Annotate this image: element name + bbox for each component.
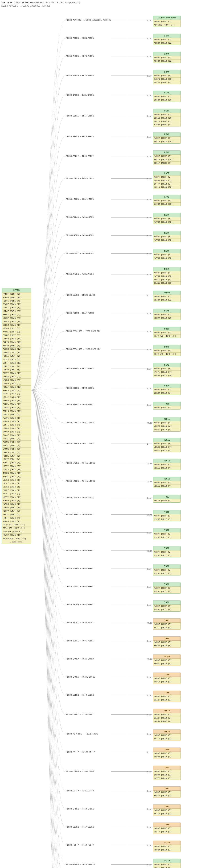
field-label: BEIKZ [CHAR (1)] xyxy=(153,812,180,815)
table-field: EBELP [NUMC (5)] xyxy=(2,413,31,416)
association-label: RESBB-AUFNR = AUFK-AUFNR xyxy=(66,55,94,58)
table-node-t437v[interactable]: T437VMANDT [CLNT (3)]WERKS [CHAR (4)]VER… xyxy=(153,859,181,868)
table-field: LGTYP [CHAR (3)] xyxy=(153,777,180,780)
table-field: HR_OPLPOS [NUMC (4)] xyxy=(2,537,31,540)
field-label: EKGRP [CHAR (3)] xyxy=(153,644,180,648)
table-node-t156[interactable]: T156MANDT [CLNT (3)]BWART [CHAR (3)] xyxy=(153,690,181,702)
table-node-t006[interactable]: T006MANDT [CLNT (3)]MSEHI [UNIT (3)] xyxy=(153,546,181,557)
table-node-onr00[interactable]: ONR00MANDT [CLNT (3)]OBJNR [CHAR (22)] xyxy=(153,290,181,302)
table-field: BEIKZ [CHAR (1)] xyxy=(2,478,31,482)
field-label: OBJNR [CHAR (22)] xyxy=(153,299,180,302)
field-label: RSART [CHAR (1)] xyxy=(2,303,31,306)
table-node-t006[interactable]: T006MANDT [CLNT (3)]MSEHI [UNIT (3)] xyxy=(153,582,181,593)
table-node-t023[interactable]: T023MANDT [CLNT (3)]MATKL [CHAR (9)] xyxy=(153,618,181,630)
cardinality-label: 0..N xyxy=(147,532,151,534)
table-node-lagp[interactable]: LAGPMANDT [CLNT (3)]LGNUM [CHAR (3)]LGTY… xyxy=(153,171,181,189)
table-node-t001w[interactable]: T001WMANDT [CLNT (3)]WERKS [CHAR (4)] xyxy=(153,477,181,488)
table-field: MSEHI [UNIT (3)] xyxy=(153,572,180,575)
table-node-t001l[interactable]: T001LMANDT [CLNT (3)]WERKS [CHAR (4)]LGO… xyxy=(153,417,181,432)
field-label: AUFNR [CHAR (12)] xyxy=(153,60,180,63)
table-node-plaf[interactable]: PLAFMANDT [CLNT (3)]PLNUM [CHAR (10)] xyxy=(153,309,181,320)
table-node-ekko[interactable]: EKKOMANDT [CLNT (3)]EBELN [CHAR (10)] xyxy=(153,132,181,144)
table-node-t006[interactable]: T006MANDT [CLNT (3)]MSEHI [UNIT (3)] xyxy=(153,528,181,539)
table-node-aenr[interactable]: AENRMANDT [CLNT (3)]AENNR [CHAR (12)] xyxy=(153,34,181,45)
table-node-t417[interactable]: T417MANDT [CLNT (3)]BEIKZ [CHAR (1)] xyxy=(153,804,181,816)
cardinality-label: (0,1) xyxy=(147,422,152,425)
table-node-eban[interactable]: EBANMANDT [CLNT (3)]BANFN [CHAR (10)]BNF… xyxy=(153,70,181,85)
table-field: MANDT [CLNT (3)] xyxy=(153,550,180,554)
table-node-t000[interactable]: T000MANDT [CLNT (3)] xyxy=(153,402,181,409)
table-node-t300[interactable]: T300MANDT [CLNT (3)]LGNUM [CHAR (3)] xyxy=(153,747,181,759)
table-field: FUNCT [CHAR (3)] xyxy=(2,461,31,465)
table-field: MANDT [CLNT (3)] xyxy=(153,481,180,484)
association-label: RESBB-CHARG = MCHA-CHARG xyxy=(66,273,94,276)
table-node-jsdfps_advcode1[interactable]: JSDFPS_ADVCODE1MANDT [CLNT (3)]ADVCODE [… xyxy=(153,16,181,27)
association-label: RESBB-LGPLA = LAGP-LGPLA xyxy=(66,177,94,180)
cardinality-label: (0,1) xyxy=(147,480,152,483)
table-field: LOEKZ [CHAR (1)] xyxy=(2,306,31,310)
table-field: RSPOS [NUMC (4)] xyxy=(2,299,31,303)
table-node-lfa1[interactable]: LFA1MANDT [CLNT (3)]LIFNR [CHAR (10)] xyxy=(153,195,181,206)
table-node-t418f[interactable]: T418FMANDT [CLNT (3)]RFORM [CHAR (2)] xyxy=(153,841,181,852)
field-label: MANDT [CLNT (3)] xyxy=(153,217,180,220)
table-node-preq[interactable]: PREQMANDT [CLNT (3)]PRIO_REQ [NUMC (3)] xyxy=(153,327,181,338)
table-node-t418[interactable]: T418MANDT [CLNT (3)]POSTP [CHAR (1)] xyxy=(153,823,181,834)
table-node-t163k[interactable]: T163KMANDT [CLNT (3)]KNTTP [CHAR (1)] xyxy=(153,730,181,741)
table-field: SPRAS [LANG (1)] xyxy=(153,499,180,502)
field-label: EBELN [CHAR (10)] xyxy=(153,117,180,120)
table-node-t024e[interactable]: T024EMANDT [CLNT (3)]EKORG [CHAR (4)] xyxy=(153,654,181,666)
association-label: RESBB-BNFPO = EBAN-BNFPO xyxy=(66,74,94,77)
field-label: KNTTP [CHAR (1)] xyxy=(2,496,31,499)
table-node-mara[interactable]: MARAMANDT [CLNT (3)]MATNR [CHAR (18)] xyxy=(153,249,181,260)
table-field: UMREN [DEC (5)] xyxy=(2,368,31,372)
field-label: MANDT [CLNT (3)] xyxy=(153,827,180,830)
table-node-snum[interactable]: SNUMMANDT [CLNT (3)]SERNR [CHAR (8)] xyxy=(153,384,181,395)
field-label: MSEHI [UNIT (3)] xyxy=(153,554,180,557)
table-field: MANDT [CLNT (3)] xyxy=(2,292,31,296)
field-label: BANFN [CHAR (10)] xyxy=(153,78,180,81)
field-label: RSNUM [NUMC (10)] xyxy=(2,296,31,299)
field-label: MANDT [CLNT (3)] xyxy=(153,176,180,179)
association-label: RESBB-EBELE = EKET-ETENR xyxy=(66,115,94,117)
table-node-t001l[interactable]: T001LMANDT [CLNT (3)]WERKS [CHAR (4)]LGO… xyxy=(153,438,181,453)
association-label: RESBB-MEINS = T006-MSEHI xyxy=(66,531,94,534)
table-node-aufk[interactable]: AUFKMANDT [CLNT (3)]AUFNR [CHAR (12)] xyxy=(153,52,181,63)
table-node-t413[interactable]: T413MANDT [CLNT (3)]ERSKZ [CHAR (1)] xyxy=(153,786,181,798)
table-field: SOBKZ [CHAR (1)] xyxy=(153,680,180,684)
field-label: ADVCODE [CHAR (2)] xyxy=(2,530,31,533)
table-node-mcha[interactable]: MCHAMANDT [CLNT (3)]MATNR [CHAR (18)]WER… xyxy=(153,267,181,285)
association-label: RESBB-PRIO_REQ = PREQ-PRIO_REQ xyxy=(66,330,100,333)
table-node-ekpo[interactable]: EKPOMANDT [CLNT (3)]EBELN [CHAR (10)]EBE… xyxy=(153,150,181,165)
table-node-ska1[interactable]: SKA1MANDT [CLNT (3)]KTOPL [CHAR (4)]SAKN… xyxy=(153,363,181,378)
table-field: WERKS [CHAR (4)] xyxy=(2,313,31,316)
table-node-t006[interactable]: T006MANDT [CLNT (3)]MSEHI [UNIT (3)] xyxy=(153,510,181,521)
table-node-eina[interactable]: EINAMANDT [CLNT (3)]INFNR [CHAR (10)] xyxy=(153,91,181,102)
table-node-eket[interactable]: EKETMANDT [CLNT (3)]EBELN [CHAR (10)]EBE… xyxy=(153,109,181,127)
field-label: BAUWG [NUMC (2)] xyxy=(2,447,31,451)
table-node-t148[interactable]: T148MANDT [CLNT (3)]SOBKZ [CHAR (1)] xyxy=(153,673,181,684)
table-field: GSBER [CHAR (4)] xyxy=(2,375,31,378)
table-field: PLNUM [CHAR (10)] xyxy=(153,316,180,320)
table-header: EKPO xyxy=(153,151,180,155)
table-node-t006[interactable]: T006MANDT [CLNT (3)]MSEHI [UNIT (3)] xyxy=(153,564,181,576)
association-label: RESBB-MATKL = T023-MATKL xyxy=(66,622,94,624)
table-node-t001w[interactable]: T001WMANDT [CLNT (3)]WERKS [CHAR (4)] xyxy=(153,459,181,470)
table-node-t006[interactable]: T006MANDT [CLNT (3)]MSEHI [UNIT (3)] xyxy=(153,600,181,612)
table-node-t024[interactable]: T024MANDT [CLNT (3)]EKGRP [CHAR (3)] xyxy=(153,637,181,648)
table-node-mara[interactable]: MARAMANDT [CLNT (3)]MATNR [CHAR (18)] xyxy=(153,213,181,224)
table-field: MANDT [CLNT (3)] xyxy=(153,406,180,409)
association-label: RESBB-PLNUM = PLAF-PLNUM xyxy=(66,312,94,315)
field-label: PLNUM [CHAR (10)] xyxy=(2,337,31,341)
table-node-t301[interactable]: T301MANDT [CLNT (3)]LGNUM [CHAR (3)]LGTY… xyxy=(153,766,181,780)
field-label: MATKL [CHAR (9)] xyxy=(2,492,31,496)
table-node-mara[interactable]: MARAMANDT [CLNT (3)]MATNR [CHAR (18)] xyxy=(153,231,181,242)
table-field: MANDT [CLNT (3)] xyxy=(153,74,180,78)
field-label: AENNR [CHAR (12)] xyxy=(153,41,180,45)
table-node-purg[interactable]: PURGMANDT [CLNT (3)]PRIO_URG [NUMC (2)] xyxy=(153,345,181,356)
table-field: SAKNR [CHAR (10)] xyxy=(153,374,180,377)
table-header: T000 xyxy=(153,402,180,406)
table-field: MANDT [CLNT (3)] xyxy=(153,586,180,590)
table-node-t157d[interactable]: T157DMANDT [CLNT (3)]BWART [CHAR (3)]GRU… xyxy=(153,709,181,723)
table-node-resbb[interactable]: RESBBMANDT [CLNT (3)]RSNUM [NUMC (10)]RS… xyxy=(2,288,31,544)
table-node-t002[interactable]: T002SPRAS [LANG (1)] xyxy=(153,495,181,503)
